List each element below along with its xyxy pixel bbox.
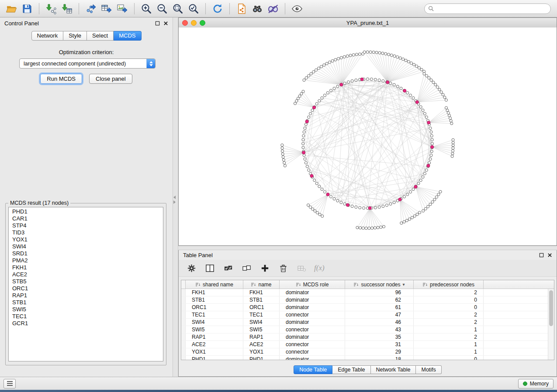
tab-edge-table[interactable]: Edge Table	[332, 365, 370, 374]
network-canvas[interactable]	[179, 28, 557, 245]
table-cell[interactable]: 0	[414, 296, 484, 303]
eye-icon[interactable]	[289, 2, 305, 16]
mcds-result-item[interactable]: SWI5	[9, 306, 163, 313]
table-scrollbar[interactable]	[548, 289, 554, 360]
select-all-icon[interactable]	[222, 262, 234, 274]
add-column-icon[interactable]	[259, 262, 270, 274]
window-minimize-icon[interactable]	[191, 20, 197, 26]
column-header-predecessor-nodes[interactable]: predecessor nodes	[414, 280, 484, 289]
import-table-icon[interactable]	[59, 2, 75, 16]
zoom-in-icon[interactable]	[138, 2, 154, 16]
table-cell[interactable]: 29	[345, 348, 414, 355]
table-cell[interactable]: dominator	[280, 296, 345, 303]
table-cell[interactable]: 2	[414, 311, 484, 318]
table-cell[interactable]: SWI5	[243, 326, 280, 333]
table-cell[interactable]: STB1	[243, 296, 280, 303]
zoom-selected-icon[interactable]	[186, 2, 201, 16]
table-cell[interactable]: 96	[345, 289, 414, 296]
network-titlebar[interactable]: YPA_prune.txt_1	[179, 18, 557, 28]
table-row[interactable]: YOX1YOX1connector291	[181, 348, 554, 356]
mcds-result-item[interactable]: TID3	[9, 229, 163, 236]
vertical-splitter[interactable]	[173, 17, 178, 377]
status-menu-button[interactable]	[3, 379, 16, 389]
tab-network[interactable]: Network	[31, 31, 63, 41]
column-header-name[interactable]: name	[243, 280, 280, 289]
table-cell[interactable]: 2	[414, 289, 484, 296]
mcds-result-item[interactable]: STB1	[9, 299, 163, 306]
column-header-successor-nodes[interactable]: successor nodes ▾	[345, 280, 414, 289]
scrollbar-thumb[interactable]	[549, 290, 553, 326]
table-cell[interactable]: SWI4	[243, 319, 280, 326]
table-row[interactable]: TEC1TEC1connector472	[181, 311, 554, 319]
table-cell[interactable]: FKH1	[186, 289, 243, 296]
tab-select[interactable]: Select	[87, 31, 114, 41]
table-row[interactable]: SWI4SWI4dominator462	[181, 319, 554, 326]
refresh-layout-icon[interactable]	[210, 2, 225, 16]
mcds-result-item[interactable]: STP4	[9, 222, 163, 229]
table-cell[interactable]: 62	[345, 296, 414, 303]
run-mcds-button[interactable]: Run MCDS	[40, 74, 82, 84]
table-row[interactable]: SWI5SWI5connector431	[181, 326, 554, 334]
float-table-panel-icon[interactable]	[539, 253, 544, 258]
table-row[interactable]: FKH1FKH1dominator962	[181, 289, 554, 296]
table-cell[interactable]: FKH1	[243, 289, 280, 296]
table-cell[interactable]: dominator	[280, 334, 345, 340]
table-cell[interactable]: dominator	[280, 319, 345, 326]
share-document-icon[interactable]	[234, 2, 249, 16]
mcds-result-item[interactable]: ORC1	[9, 285, 163, 292]
table-cell[interactable]: RAP1	[243, 334, 280, 340]
memory-button[interactable]: Memory	[518, 379, 554, 389]
table-cell[interactable]: RAP1	[186, 334, 243, 340]
table-cell[interactable]: 2	[414, 334, 484, 340]
mcds-result-item[interactable]: YOX1	[9, 236, 163, 243]
delete-column-icon[interactable]	[277, 262, 289, 274]
open-folder-icon[interactable]	[3, 2, 19, 16]
table-cell[interactable]: 2	[414, 319, 484, 326]
window-close-icon[interactable]	[182, 20, 188, 26]
show-columns-icon[interactable]	[204, 262, 215, 274]
find-binoculars-icon[interactable]	[249, 2, 265, 16]
table-cell[interactable]: connector	[280, 348, 345, 355]
zoom-fit-icon[interactable]	[170, 2, 186, 16]
float-panel-icon[interactable]	[155, 21, 160, 26]
export-image-icon[interactable]	[114, 2, 130, 16]
table-cell[interactable]: STB1	[186, 296, 243, 303]
mcds-result-item[interactable]: SRD1	[9, 250, 163, 257]
table-cell[interactable]: TEC1	[186, 311, 243, 318]
mcds-result-item[interactable]: CAR1	[9, 215, 163, 222]
table-row[interactable]: PHD1PHD1dominator180	[181, 356, 554, 360]
table-cell[interactable]: 18	[345, 356, 414, 360]
table-cell[interactable]: 1	[414, 341, 484, 348]
glasses-icon[interactable]	[265, 2, 281, 16]
table-cell[interactable]: YOX1	[243, 348, 280, 355]
close-panel-icon[interactable]	[163, 21, 168, 26]
table-cell[interactable]: YOX1	[186, 348, 243, 355]
search-input[interactable]	[436, 5, 547, 12]
criterion-dropdown[interactable]: largest connected component (undirected)	[19, 58, 156, 69]
column-header-mcds-role[interactable]: MCDS role	[280, 280, 345, 289]
mcds-result-item[interactable]: SWI4	[9, 243, 163, 250]
table-row[interactable]: STB1STB1dominator620	[181, 296, 554, 304]
table-cell[interactable]: TEC1	[243, 311, 280, 318]
table-cell[interactable]: 0	[414, 304, 484, 311]
mcds-result-item[interactable]: STB5	[9, 278, 163, 285]
table-cell[interactable]: ACE2	[186, 341, 243, 348]
column-header-shared-name[interactable]: shared name	[186, 280, 243, 289]
table-cell[interactable]: dominator	[280, 304, 345, 311]
tab-network-table[interactable]: Network Table	[371, 365, 416, 374]
mcds-result-item[interactable]: FKH1	[9, 264, 163, 271]
mcds-result-item[interactable]: PMA2	[9, 257, 163, 264]
save-icon[interactable]	[19, 2, 35, 16]
mcds-result-list[interactable]: PHD1CAR1STP4TID3YOX1SWI4SRD1PMA2FKH1ACE2…	[8, 207, 163, 361]
horizontal-splitter[interactable]	[178, 246, 557, 250]
tab-style[interactable]: Style	[63, 31, 87, 41]
table-cell[interactable]: PHD1	[186, 356, 243, 360]
mcds-result-item[interactable]: RAP1	[9, 292, 163, 299]
window-zoom-icon[interactable]	[200, 20, 205, 26]
mcds-result-item[interactable]: GCR1	[9, 320, 163, 327]
table-row[interactable]: ACE2ACE2connector311	[181, 341, 554, 348]
table-cell[interactable]: SWI4	[186, 319, 243, 326]
table-cell[interactable]: 1	[414, 326, 484, 333]
table-cell[interactable]: 0	[414, 356, 484, 360]
search-box[interactable]	[424, 3, 551, 14]
